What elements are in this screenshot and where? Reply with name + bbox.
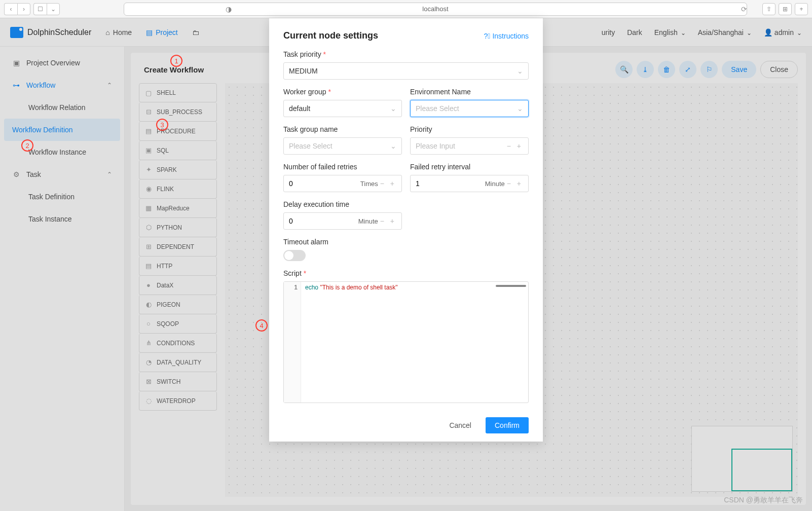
retries-unit: Times xyxy=(360,180,378,188)
tabs-button[interactable]: ⊞ xyxy=(779,3,792,15)
delay-value: 0 xyxy=(289,217,293,225)
retries-value: 0 xyxy=(289,179,293,188)
delay-input[interactable]: 0Minute− + xyxy=(283,212,402,230)
interval-label: Failed retry interval xyxy=(410,163,529,171)
priority-label: Task priority xyxy=(283,50,529,58)
help-icon: ?⃝ xyxy=(484,32,491,40)
line-number: 1 xyxy=(284,282,301,403)
node-settings-modal: Current node settings ?⃝Instructions Tas… xyxy=(269,18,543,442)
annotation-4: 4 xyxy=(255,319,268,332)
share-button[interactable]: ⇧ xyxy=(762,3,776,15)
sidebar-toggle-button[interactable]: ☐ xyxy=(33,3,47,15)
browser-toolbar: ‹ › ☐ ⌄ ◑ localhost ⟳ ⇧ ⊞ + xyxy=(0,0,812,18)
back-button[interactable]: ‹ xyxy=(4,3,17,15)
annotation-1: 1 xyxy=(170,55,182,67)
script-editor[interactable]: 1 echo "This is a demo of shell task" xyxy=(283,281,529,403)
worker-value: default xyxy=(289,104,310,113)
worker-select[interactable]: default xyxy=(283,100,402,117)
prio2-placeholder: Please Input xyxy=(416,142,455,150)
tabs-dropdown-button[interactable]: ⌄ xyxy=(47,3,60,15)
retries-label: Number of failed retries xyxy=(283,163,402,171)
stepper-icon[interactable]: − + xyxy=(507,179,523,188)
cancel-button[interactable]: Cancel xyxy=(443,417,477,433)
priority-select[interactable]: MEDIUM xyxy=(283,62,529,80)
reload-icon[interactable]: ⟳ xyxy=(741,5,747,13)
tgroup-select[interactable]: Please Select xyxy=(283,137,402,155)
annotation-2: 2 xyxy=(21,139,33,152)
interval-value: 1 xyxy=(416,179,420,188)
stepper-icon[interactable]: − + xyxy=(507,142,523,150)
env-label: Environment Name xyxy=(410,88,529,96)
env-placeholder: Please Select xyxy=(416,104,459,113)
privacy-shield-icon[interactable]: ◑ xyxy=(226,5,232,13)
timeout-switch[interactable] xyxy=(283,250,306,261)
interval-unit: Minute xyxy=(485,180,505,188)
timeout-label: Timeout alarm xyxy=(283,238,529,246)
instructions-label: Instructions xyxy=(492,32,529,40)
worker-label: Worker group xyxy=(283,88,402,96)
url-text: localhost xyxy=(422,5,448,13)
scrollbar[interactable] xyxy=(496,285,526,287)
delay-unit: Minute xyxy=(358,217,378,225)
script-string: "This is a demo of shell task" xyxy=(320,284,397,291)
priority-value: MEDIUM xyxy=(289,67,318,75)
delay-label: Delay execution time xyxy=(283,200,402,208)
prio2-input[interactable]: Please Input− + xyxy=(410,137,529,155)
script-keyword: echo xyxy=(305,284,318,291)
forward-button[interactable]: › xyxy=(17,3,30,15)
instructions-link[interactable]: ?⃝Instructions xyxy=(484,32,529,40)
env-select[interactable]: Please Select xyxy=(410,100,529,117)
tgroup-label: Task group name xyxy=(283,125,402,133)
modal-title: Current node settings xyxy=(283,30,378,41)
interval-input[interactable]: 1Minute− + xyxy=(410,175,529,192)
stepper-icon[interactable]: − + xyxy=(380,179,396,188)
tgroup-placeholder: Please Select xyxy=(289,142,333,150)
watermark: CSDN @勇敢羊羊在飞奔 xyxy=(724,496,803,505)
code-body[interactable]: echo "This is a demo of shell task" xyxy=(301,282,528,403)
url-bar[interactable]: localhost xyxy=(124,3,747,16)
retries-input[interactable]: 0Times− + xyxy=(283,175,402,192)
script-label: Script xyxy=(283,269,529,277)
stepper-icon[interactable]: − + xyxy=(380,217,396,225)
annotation-3: 3 xyxy=(156,119,168,131)
new-tab-button[interactable]: + xyxy=(795,3,808,15)
prio2-label: Priority xyxy=(410,125,529,133)
confirm-button[interactable]: Confirm xyxy=(486,417,529,433)
